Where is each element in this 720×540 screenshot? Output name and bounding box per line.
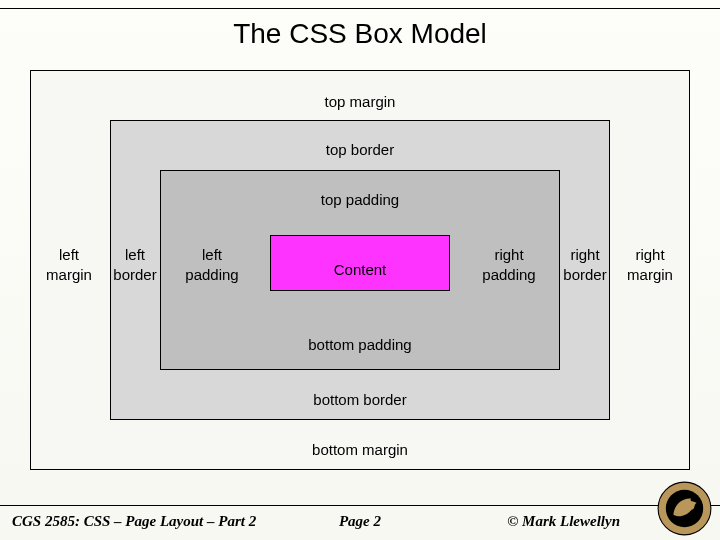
slide-title: The CSS Box Model bbox=[0, 18, 720, 50]
label-right-border: right border bbox=[562, 245, 608, 284]
label-top-padding: top padding bbox=[160, 190, 560, 210]
footer-copyright: © Mark Llewellyn bbox=[507, 513, 620, 530]
label-left-margin: left margin bbox=[30, 245, 108, 284]
label-top-margin: top margin bbox=[30, 92, 690, 112]
box-model-diagram: top margin top border top padding left m… bbox=[30, 70, 690, 470]
label-left-padding: left padding bbox=[162, 245, 262, 284]
label-bottom-border: bottom border bbox=[110, 390, 610, 410]
ucf-pegasus-logo-icon bbox=[657, 481, 712, 536]
label-content: Content bbox=[270, 260, 450, 280]
top-rule bbox=[0, 8, 720, 9]
label-top-border: top border bbox=[110, 140, 610, 160]
bottom-rule bbox=[0, 505, 720, 506]
slide-footer: CGS 2585: CSS – Page Layout – Part 2 Pag… bbox=[0, 513, 720, 535]
label-right-padding: right padding bbox=[460, 245, 558, 284]
label-bottom-margin: bottom margin bbox=[30, 440, 690, 460]
label-left-border: left border bbox=[112, 245, 158, 284]
label-right-margin: right margin bbox=[612, 245, 688, 284]
label-bottom-padding: bottom padding bbox=[160, 335, 560, 355]
